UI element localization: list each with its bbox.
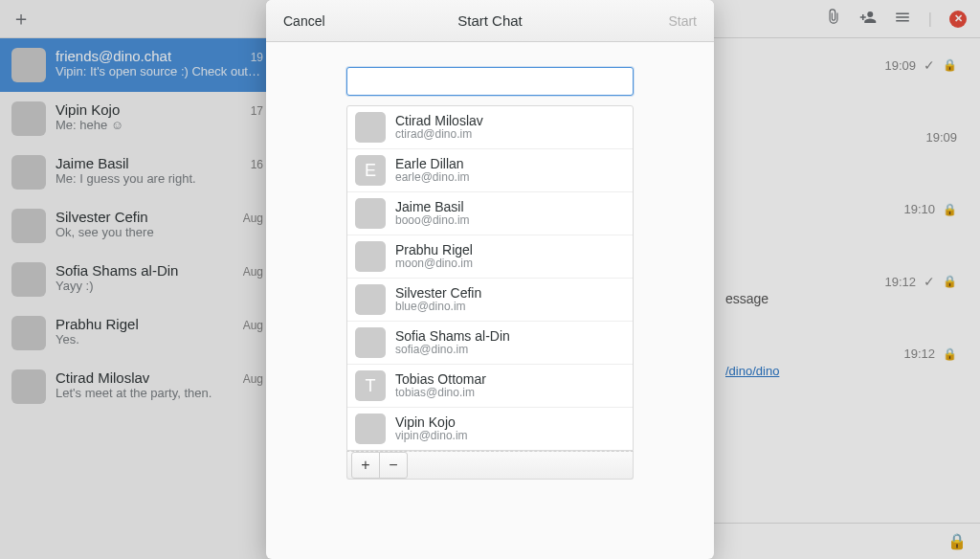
contact-jid: blue@dino.im [395, 301, 481, 314]
contact-item[interactable]: Vipin Kojo vipin@dino.im [347, 407, 633, 450]
avatar [355, 414, 386, 444]
start-chat-dialog: Cancel Start Chat Start Ctirad Miloslav … [266, 0, 714, 559]
contact-item[interactable]: Prabhu Rigel moon@dino.im [347, 235, 633, 278]
contact-list: Ctirad Miloslav ctirad@dino.im E Earle D… [346, 105, 634, 451]
contact-item[interactable]: Jaime Basil booo@dino.im [347, 191, 633, 235]
add-contact-button[interactable]: + [351, 452, 380, 479]
contact-jid: tobias@dino.im [395, 387, 486, 400]
contact-item[interactable]: E Earle Dillan earle@dino.im [347, 148, 633, 191]
contact-name: Prabhu Rigel [395, 242, 473, 257]
contact-item[interactable]: Sofia Shams al-Din sofia@dino.im [347, 321, 633, 364]
contact-jid: earle@dino.im [395, 171, 470, 185]
contact-name: Earle Dillan [395, 156, 470, 171]
contact-jid: vipin@dino.im [395, 430, 468, 443]
avatar: T [355, 370, 386, 401]
avatar [355, 241, 386, 272]
dialog-header: Cancel Start Chat Start [266, 0, 714, 42]
contact-jid: ctirad@dino.im [395, 128, 483, 142]
contact-jid: booo@dino.im [395, 214, 470, 228]
start-button[interactable]: Start [668, 13, 697, 29]
avatar [355, 327, 386, 358]
avatar: E [355, 155, 386, 186]
contact-search-input[interactable] [346, 67, 634, 96]
cancel-button[interactable]: Cancel [283, 13, 325, 29]
contact-jid: sofia@dino.im [395, 344, 510, 357]
remove-contact-button[interactable]: − [379, 452, 408, 479]
contact-item[interactable]: Ctirad Miloslav ctirad@dino.im [347, 106, 633, 148]
contact-name: Tobias Ottomar [395, 371, 486, 387]
dialog-title: Start Chat [457, 12, 523, 29]
avatar [355, 112, 386, 143]
contact-name: Silvester Cefin [395, 285, 481, 301]
avatar [355, 284, 386, 315]
contact-name: Vipin Kojo [395, 414, 468, 430]
avatar [355, 198, 386, 229]
contact-item[interactable]: T Tobias Ottomar tobias@dino.im [347, 364, 633, 407]
contact-name: Jaime Basil [395, 199, 470, 214]
contact-jid: moon@dino.im [395, 257, 473, 271]
contact-name: Ctirad Miloslav [395, 113, 483, 128]
contact-name: Sofia Shams al-Din [395, 328, 510, 344]
contact-item[interactable]: Silvester Cefin blue@dino.im [347, 278, 633, 321]
list-toolbar: + − [346, 451, 634, 480]
